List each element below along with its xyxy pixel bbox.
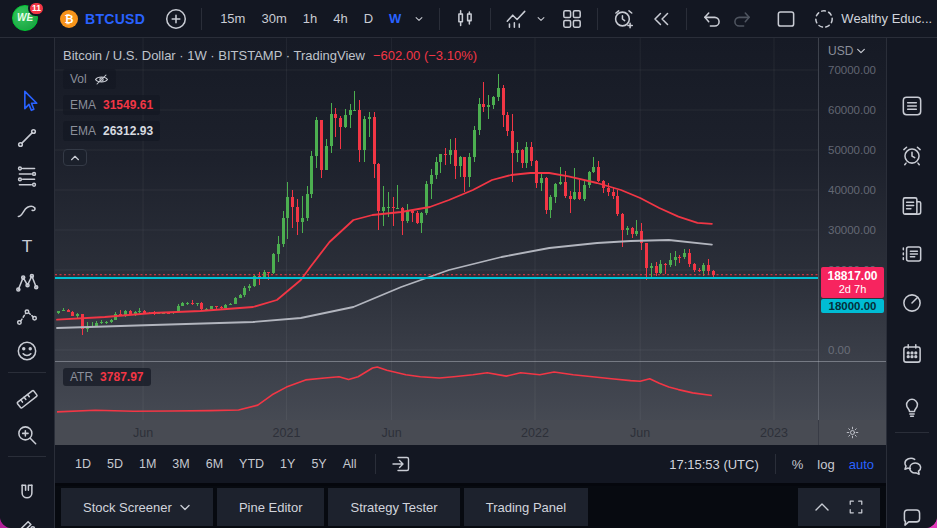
price-tick-label: 60000.00 xyxy=(828,104,876,116)
redo-arrow-icon xyxy=(730,7,754,31)
timeframe-15m[interactable]: 15m xyxy=(212,7,253,30)
indicator-templates-button[interactable] xyxy=(531,5,551,33)
trend-line-tool-button[interactable] xyxy=(13,124,41,152)
layout-menu-button[interactable] xyxy=(932,5,937,33)
timeframe-1d[interactable]: D xyxy=(356,7,381,30)
timeframe-menu-button[interactable] xyxy=(409,5,429,33)
percent-scale-button[interactable]: % xyxy=(792,457,804,472)
cursor-tool-button[interactable] xyxy=(13,86,41,114)
watchlist-button[interactable] xyxy=(898,92,926,120)
go-to-date-icon xyxy=(390,453,412,475)
chevron-down-icon xyxy=(533,11,549,27)
range-5d-button[interactable]: 5D xyxy=(99,453,131,475)
text-tool-button[interactable]: T xyxy=(13,233,41,261)
indicators-button[interactable] xyxy=(501,5,531,33)
magnet-mode-button[interactable] xyxy=(13,480,41,508)
brush-tool-button[interactable] xyxy=(13,196,41,224)
emoji-tool-button[interactable] xyxy=(13,337,41,365)
chart-area[interactable]: Bitcoin / U.S. Dollar · 1W · BITSTAMP · … xyxy=(55,38,886,445)
tab-trading-panel[interactable]: Trading Panel xyxy=(464,488,588,526)
range-1d-button[interactable]: 1D xyxy=(67,453,99,475)
bar-replay-button[interactable] xyxy=(646,5,676,33)
account-logo[interactable]: WE 11 xyxy=(12,5,38,33)
range-1m-button[interactable]: 1M xyxy=(131,453,164,475)
pattern-tool-button[interactable] xyxy=(13,269,41,297)
ema-slow-value: 26312.93 xyxy=(103,124,153,138)
calendar-button[interactable] xyxy=(898,340,926,368)
timeframe-4h[interactable]: 4h xyxy=(325,7,355,30)
ideas-button[interactable] xyxy=(898,393,926,421)
alerts-button[interactable] xyxy=(898,141,926,169)
layout-grid-button[interactable] xyxy=(557,5,587,33)
range-ytd-button[interactable]: YTD xyxy=(231,453,272,475)
currency-selector[interactable]: USD xyxy=(828,44,866,58)
hotlists-button[interactable] xyxy=(898,289,926,317)
tab-pine-editor[interactable]: Pine Editor xyxy=(217,488,325,526)
drawing-mode-lock-button[interactable] xyxy=(13,512,41,528)
forecast-tool-button[interactable] xyxy=(13,302,41,330)
go-to-date-button[interactable] xyxy=(386,450,416,478)
fib-retracement-tool-button[interactable] xyxy=(13,161,41,189)
measure-tool-button[interactable] xyxy=(13,384,41,412)
cloud-save-button[interactable] xyxy=(809,5,839,33)
zoom-in-tool-button[interactable] xyxy=(13,421,41,449)
drawing-toolbar: T xyxy=(0,38,55,528)
axis-settings-corner[interactable] xyxy=(818,420,886,445)
atr-legend-row[interactable]: ATR 3787.97 xyxy=(63,368,151,386)
eye-hidden-icon[interactable] xyxy=(94,73,109,86)
layout-name[interactable]: Wealthy Educ... xyxy=(841,11,932,26)
rectangle-icon xyxy=(774,7,798,31)
create-alert-button[interactable] xyxy=(608,5,638,33)
xabcd-pattern-icon xyxy=(14,270,40,296)
legend-collapse-button[interactable] xyxy=(63,149,87,166)
redo-button[interactable] xyxy=(727,5,757,33)
time-axis[interactable]: Jun2021Jun2022Jun2023 xyxy=(55,420,886,445)
currency-label: USD xyxy=(828,44,853,58)
volume-legend-row[interactable]: Vol xyxy=(63,69,116,89)
log-scale-button[interactable]: log xyxy=(817,457,834,472)
price-axis[interactable]: USD 70000.0060000.0050000.0040000.003000… xyxy=(818,38,886,420)
fullscreen-icon[interactable] xyxy=(848,499,864,515)
undo-button[interactable] xyxy=(697,5,727,33)
clock-utc[interactable]: 17:15:53 (UTC) xyxy=(669,457,759,472)
object-tree-icon xyxy=(899,241,925,267)
news-button[interactable] xyxy=(898,192,926,220)
tab-strategy-tester[interactable]: Strategy Tester xyxy=(328,488,459,526)
toolbar-separator xyxy=(686,8,687,30)
ema-slow-legend-row[interactable]: EMA 26312.93 xyxy=(63,121,160,141)
fib-retracement-icon xyxy=(14,162,40,188)
price-tick-label: 30000.00 xyxy=(828,224,876,236)
snapshot-layout-button[interactable] xyxy=(771,5,801,33)
pane-separator[interactable] xyxy=(55,361,886,362)
compare-add-symbol-button[interactable] xyxy=(161,5,191,33)
notification-badge[interactable]: 11 xyxy=(28,1,45,16)
range-all-button[interactable]: All xyxy=(335,453,365,475)
symbol-name[interactable]: BTCUSD xyxy=(85,11,145,27)
symbol-search-button[interactable]: ₿ BTCUSD xyxy=(60,10,145,28)
range-5y-button[interactable]: 5Y xyxy=(303,453,334,475)
object-tree-button[interactable] xyxy=(898,240,926,268)
private-chat-button[interactable] xyxy=(898,503,926,528)
ema-fast-value: 31549.61 xyxy=(103,98,153,112)
tab-stock-screener[interactable]: Stock Screener xyxy=(61,488,213,526)
timeframe-30m[interactable]: 30m xyxy=(253,7,294,30)
price-tick-label: 70000.00 xyxy=(828,64,876,76)
auto-scale-button[interactable]: auto xyxy=(849,457,874,472)
chart-style-button[interactable] xyxy=(450,5,480,33)
price-tick-label: 50000.00 xyxy=(828,144,876,156)
ema-fast-legend-row[interactable]: EMA 31549.61 xyxy=(63,95,160,115)
range-1y-button[interactable]: 1Y xyxy=(272,453,303,475)
volume-label: Vol xyxy=(70,72,87,86)
atr-indicator-pane[interactable] xyxy=(55,362,818,420)
range-3m-button[interactable]: 3M xyxy=(164,453,197,475)
chevron-down-icon xyxy=(179,503,191,512)
pine-editor-label: Pine Editor xyxy=(239,500,303,515)
timeframe-1h[interactable]: 1h xyxy=(295,7,325,30)
range-6m-button[interactable]: 6M xyxy=(198,453,231,475)
time-tick-label: Jun xyxy=(630,426,650,440)
symbol-title[interactable]: Bitcoin / U.S. Dollar · 1W · BITSTAMP · … xyxy=(63,48,365,63)
timeframe-1w-active[interactable]: W xyxy=(381,7,409,30)
alert-clock-icon xyxy=(611,7,635,31)
public-chats-button[interactable] xyxy=(898,453,926,481)
expand-panel-chevron-icon[interactable] xyxy=(814,501,830,513)
